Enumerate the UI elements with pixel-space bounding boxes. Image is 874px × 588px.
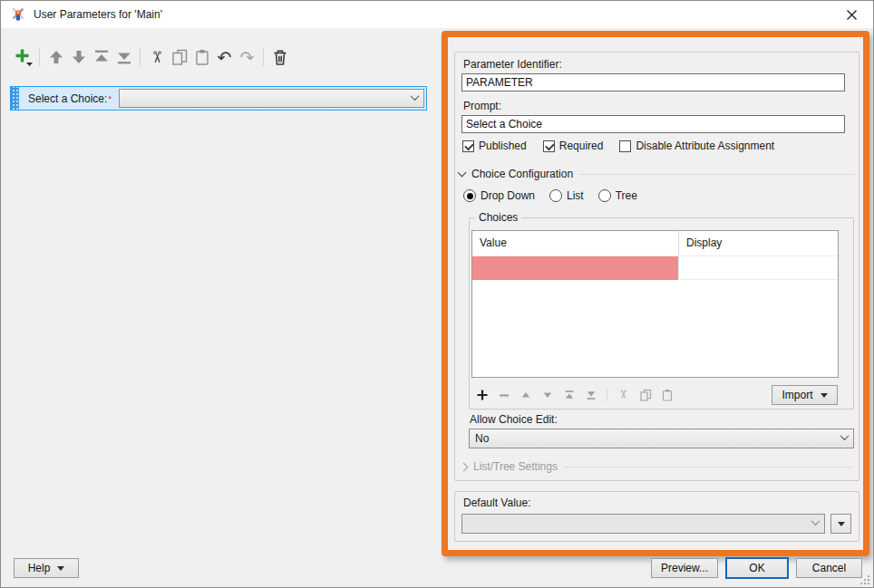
move-to-top-icon[interactable] <box>90 45 112 69</box>
checkbox-label: Required <box>559 140 604 152</box>
default-value-label: Default Value: <box>463 496 531 509</box>
paste-icon[interactable] <box>658 386 675 403</box>
close-button[interactable] <box>833 1 869 28</box>
parameter-row-select-a-choice[interactable]: Select a Choice:* <box>10 86 427 111</box>
remove-choice-icon[interactable] <box>495 386 512 403</box>
checkbox-icon[interactable] <box>462 140 474 152</box>
choices-row-display-cell[interactable] <box>679 256 838 280</box>
app-icon <box>10 6 26 23</box>
radio-drop-down[interactable]: Drop Down <box>463 189 535 202</box>
chevron-down-icon <box>840 431 850 440</box>
expander-title: List/Tree Settings <box>473 460 558 473</box>
column-header-display[interactable]: Display <box>679 231 838 255</box>
move-to-top-icon[interactable] <box>560 386 578 403</box>
checkbox-disable-attribute-assignment[interactable]: Disable Attribute Assignment <box>619 140 774 152</box>
help-button-label: Help <box>28 562 51 574</box>
close-icon <box>846 9 858 21</box>
checkbox-required[interactable]: Required <box>543 140 604 152</box>
move-down-icon[interactable] <box>539 386 556 403</box>
dropdown-arrow-icon <box>838 522 845 526</box>
move-to-bottom-icon[interactable] <box>112 45 135 69</box>
paste-icon[interactable] <box>190 45 213 69</box>
default-value-dropdown[interactable] <box>461 514 825 534</box>
allow-choice-edit-value: No <box>475 432 841 445</box>
add-icon[interactable] <box>12 45 34 69</box>
window-title: User Parameters for 'Main' <box>34 8 162 21</box>
table-row[interactable] <box>472 256 838 280</box>
preview-button-label: Preview... <box>661 562 708 574</box>
copy-icon[interactable] <box>636 386 654 403</box>
user-parameters-dialog: User Parameters for 'Main' ✂ <box>0 0 874 588</box>
checkbox-published[interactable]: Published <box>462 140 527 152</box>
cut-icon[interactable]: ✂ <box>615 386 632 403</box>
choices-table[interactable]: Value Display <box>471 230 839 378</box>
parameter-identifier-input[interactable] <box>461 73 845 92</box>
list-tree-settings-expander[interactable]: List/Tree Settings <box>461 460 853 473</box>
prompt-label: Prompt: <box>463 100 501 112</box>
undo-icon[interactable]: ↶ <box>213 45 236 69</box>
toolbar-separator <box>140 48 141 66</box>
move-to-bottom-icon[interactable] <box>582 386 599 403</box>
cancel-button[interactable]: Cancel <box>796 558 862 578</box>
expander-title: Choice Configuration <box>471 168 573 180</box>
toolbar-separator <box>607 388 607 401</box>
required-marker: * <box>108 94 112 103</box>
default-value-options-button[interactable] <box>830 514 851 534</box>
checkbox-icon[interactable] <box>619 140 631 152</box>
choices-group-title: Choices <box>475 211 521 224</box>
toolbar-separator <box>39 48 40 66</box>
parameter-row-label: Select a Choice: <box>28 92 107 105</box>
prompt-input[interactable] <box>461 115 845 133</box>
preview-button[interactable]: Preview... <box>651 558 718 578</box>
checkbox-row: Published Required Disable Attribute Ass… <box>462 140 774 152</box>
choices-group: Choices Value Display <box>469 217 854 410</box>
default-value-group: Default Value: <box>454 491 859 542</box>
delete-icon[interactable] <box>268 45 291 69</box>
checkbox-label: Disable Attribute Assignment <box>636 140 774 152</box>
move-up-icon[interactable] <box>517 386 534 403</box>
toolbar-separator <box>263 48 264 66</box>
radio-label: List <box>567 189 584 202</box>
move-up-icon[interactable] <box>44 45 67 69</box>
move-down-icon[interactable] <box>67 45 90 69</box>
allow-choice-edit-label: Allow Choice Edit: <box>470 413 558 426</box>
divider <box>564 467 853 468</box>
choice-configuration-expander[interactable]: Choice Configuration <box>459 168 855 180</box>
chevron-right-icon <box>460 462 469 471</box>
radio-icon[interactable] <box>598 189 611 202</box>
checkbox-icon[interactable] <box>543 140 555 152</box>
allow-choice-edit-dropdown[interactable]: No <box>469 429 854 448</box>
help-button[interactable]: Help <box>14 558 79 578</box>
drag-handle[interactable] <box>11 87 19 110</box>
chevron-down-icon <box>410 92 419 101</box>
choices-table-header: Value Display <box>472 231 838 256</box>
add-choice-icon[interactable] <box>473 386 490 403</box>
radio-icon[interactable] <box>463 189 476 202</box>
radio-icon[interactable] <box>549 189 562 202</box>
dropdown-arrow-icon <box>821 393 828 398</box>
parameter-identifier-label: Parameter Identifier: <box>463 58 562 71</box>
cut-icon[interactable]: ✂ <box>145 45 168 69</box>
radio-list[interactable]: List <box>549 189 584 202</box>
parameter-details-panel: Parameter Identifier: Prompt: Published … <box>442 31 869 556</box>
radio-tree[interactable]: Tree <box>598 189 637 202</box>
radio-label: Drop Down <box>481 189 535 202</box>
parameter-settings-group: Parameter Identifier: Prompt: Published … <box>454 52 859 481</box>
choices-toolbar: ✂ <box>473 386 675 403</box>
ok-button-label: OK <box>749 562 764 574</box>
copy-icon[interactable] <box>168 45 190 69</box>
main-toolbar: ✂ ↶ ↷ <box>12 43 291 71</box>
import-button-label: Import <box>782 389 812 401</box>
redo-icon[interactable]: ↷ <box>236 45 258 69</box>
ok-button[interactable]: OK <box>725 557 789 579</box>
chevron-down-icon <box>458 169 467 178</box>
column-header-value[interactable]: Value <box>472 231 679 255</box>
import-button[interactable]: Import <box>772 385 838 405</box>
parameter-row-dropdown[interactable] <box>119 89 424 108</box>
radio-label: Tree <box>616 189 637 202</box>
choices-row-value-cell[interactable] <box>472 256 679 280</box>
choice-type-radios: Drop Down List Tree <box>463 189 637 202</box>
title-bar: User Parameters for 'Main' <box>1 1 873 28</box>
cancel-button-label: Cancel <box>812 562 846 574</box>
checkbox-label: Published <box>479 140 527 152</box>
